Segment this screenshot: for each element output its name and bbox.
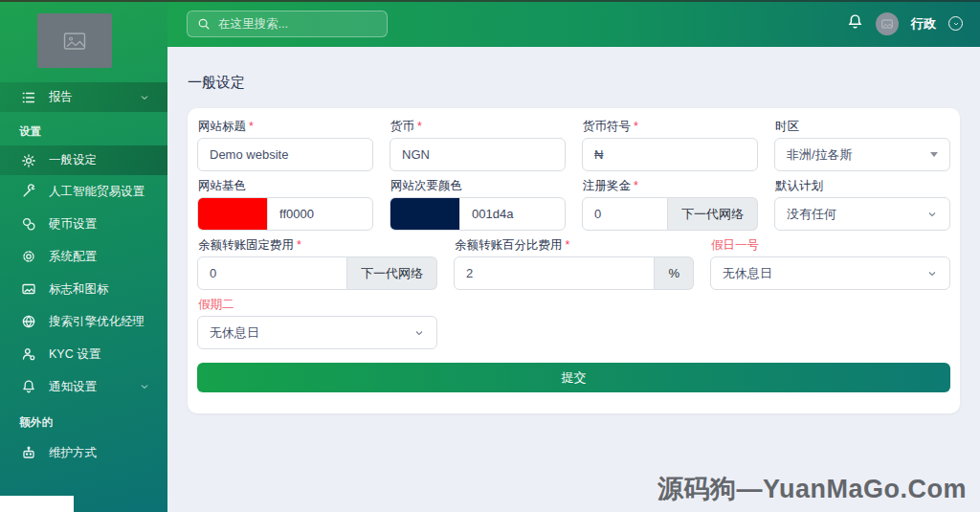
field-label: 网站次要颜色 (390, 179, 462, 192)
sidebar-item-report[interactable]: 报告 (0, 82, 167, 112)
holiday-one-select[interactable]: 无休息日 (710, 256, 950, 290)
page-title: 一般设定 (188, 74, 960, 92)
secondary-color-picker[interactable]: 001d4a (390, 197, 566, 231)
default-plan-select[interactable]: 没有任何 (774, 197, 950, 231)
required-mark: * (297, 238, 301, 252)
sidebar-item-kyc-settings[interactable]: KYC 设置 (0, 338, 167, 370)
settings-badge-icon (21, 153, 36, 168)
field-default-plan: 默认计划 没有任何 (774, 179, 950, 231)
default-plan-value: 没有任何 (787, 206, 836, 223)
chevron-down-icon (139, 90, 154, 105)
sidebar-item-label: KYC 设置 (49, 346, 100, 363)
sidebar-item-seo-manager[interactable]: 搜索引擎优化经理 (0, 305, 167, 338)
required-mark: * (249, 120, 254, 133)
required-mark: * (634, 120, 638, 133)
app-root: 报告 设置 一般设定 人工智能贸易设置 硬币设置 (0, 0, 980, 512)
field-holiday-one: 假日一号 无休息日 (710, 238, 950, 290)
bottom-left-white-box (0, 496, 74, 512)
bell-icon (21, 379, 36, 394)
color-value: 001d4a (459, 198, 565, 230)
notifications-bell-icon[interactable] (847, 13, 863, 33)
percent-addon: % (655, 256, 694, 290)
sidebar-item-label: 硬币设置 (49, 216, 97, 233)
sidebar-item-label: 标志和图标 (49, 281, 109, 298)
search-box[interactable] (187, 11, 388, 37)
field-label: 默认计划 (775, 179, 823, 192)
logo-placeholder[interactable] (37, 13, 112, 68)
field-currency-symbol: 货币符号* (582, 120, 758, 171)
sidebar-item-coin-settings[interactable]: 硬币设置 (0, 208, 167, 240)
user-avatar[interactable] (876, 12, 899, 35)
timezone-select[interactable]: 非洲/拉各斯 (774, 138, 950, 171)
field-signup-bonus: 注册奖金* 下一代网络 (582, 179, 758, 231)
required-mark: * (566, 238, 570, 252)
sidebar-section-extra: 额外的 (19, 415, 167, 430)
sidebar-item-label: 报告 (49, 89, 73, 105)
color-swatch[interactable] (198, 198, 267, 230)
field-label: 网站标题 (198, 120, 246, 133)
sidebar-item-ai-trade-settings[interactable]: 人工智能贸易设置 (0, 175, 167, 208)
top-window-strip (0, 0, 980, 2)
sidebar-item-maintenance-mode[interactable]: 维护方式 (0, 436, 167, 469)
sidebar-section-settings: 设置 (19, 124, 167, 139)
gear-icon (21, 249, 36, 264)
report-list-icon (21, 90, 36, 105)
field-site-title: 网站标题* (197, 120, 373, 171)
transfer-fixed-fee-input[interactable] (197, 256, 347, 290)
color-value: ff0000 (267, 198, 372, 230)
username: 行政 (911, 15, 936, 33)
wrench-icon (21, 184, 36, 199)
broken-image-icon (63, 32, 86, 51)
sidebar-item-logo-icons[interactable]: 标志和图标 (0, 273, 167, 305)
field-currency: 货币* (390, 120, 566, 171)
sidebar-item-general-settings[interactable]: 一般设定 (0, 145, 167, 175)
dropdown-arrow-icon (930, 152, 938, 157)
transfer-percent-fee-input[interactable] (454, 256, 655, 290)
sidebar-item-label: 一般设定 (49, 152, 97, 168)
field-label: 货币符号 (583, 120, 631, 133)
site-title-input[interactable] (197, 138, 373, 171)
chevron-down-icon (926, 268, 938, 279)
field-label: 假期二 (198, 298, 234, 311)
sidebar-item-system-config[interactable]: 系统配置 (0, 240, 167, 273)
field-label: 假日一号 (711, 238, 759, 252)
field-base-color: 网站基色 ff0000 (197, 179, 373, 231)
base-color-picker[interactable]: ff0000 (197, 197, 373, 231)
submit-button[interactable]: 提交 (197, 363, 950, 392)
robot-icon (21, 445, 36, 460)
field-label: 时区 (775, 120, 799, 133)
sidebar-item-label: 系统配置 (49, 249, 97, 265)
chevron-down-icon (139, 379, 154, 394)
chevron-down-icon (926, 209, 938, 220)
search-input[interactable] (218, 17, 377, 31)
user-settings-icon (21, 346, 36, 362)
required-mark: * (634, 179, 638, 192)
globe-icon (21, 314, 36, 329)
required-mark: * (417, 120, 422, 133)
holiday-two-select[interactable]: 无休息日 (197, 316, 437, 349)
color-swatch[interactable] (390, 198, 459, 230)
sidebar: 报告 设置 一般设定 人工智能贸易设置 硬币设置 (0, 0, 167, 512)
general-settings-card: 网站标题* 货币* 货币符号* 时区 非洲/拉各斯 (188, 108, 960, 413)
field-transfer-fixed-fee: 余额转账固定费用* 下一代网络 (197, 238, 437, 290)
field-label: 余额转账百分比费用 (455, 238, 563, 252)
main-content: 一般设定 网站标题* 货币* 货币符号* 时区 (167, 47, 980, 512)
sidebar-item-label: 维护方式 (49, 445, 97, 461)
field-holiday-two: 假期二 无休息日 (197, 298, 437, 349)
timezone-value: 非洲/拉各斯 (787, 146, 853, 164)
coins-icon (21, 216, 36, 232)
field-label: 网站基色 (198, 179, 246, 192)
field-label: 注册奖金 (583, 179, 631, 192)
user-menu-chevron-icon[interactable] (948, 16, 963, 31)
holiday-two-value: 无休息日 (210, 324, 259, 342)
currency-addon: 下一代网络 (668, 197, 758, 231)
signup-bonus-input[interactable] (582, 197, 668, 231)
field-timezone: 时区 非洲/拉各斯 (774, 120, 950, 171)
search-icon (197, 17, 211, 31)
avatar-image-icon (881, 19, 893, 29)
currency-input[interactable] (390, 138, 566, 171)
sidebar-item-notification-settings[interactable]: 通知设置 (0, 370, 167, 403)
sidebar-item-label: 人工智能贸易设置 (49, 184, 145, 200)
topbar: 行政 (167, 0, 980, 47)
currency-symbol-input[interactable] (582, 138, 758, 171)
